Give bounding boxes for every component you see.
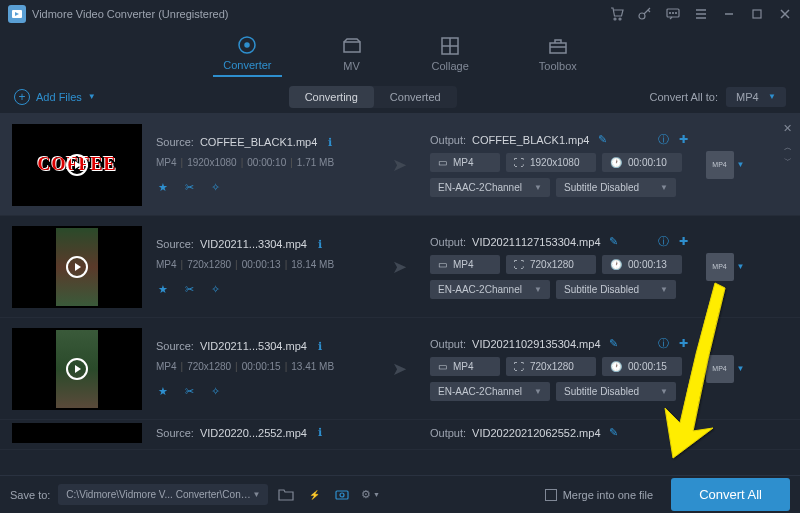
edit-icon[interactable]: ✎ xyxy=(595,133,609,147)
output-filename: COFFEE_BLACK1.mp4 xyxy=(472,134,589,146)
edit-icon[interactable]: ✎ xyxy=(607,426,621,440)
scroll-indicator[interactable]: ︿﹀ xyxy=(784,142,792,166)
hw-accel-icon[interactable]: ⚡ xyxy=(304,485,324,505)
folder-icon[interactable] xyxy=(276,485,296,505)
svg-rect-14 xyxy=(550,43,566,53)
output-filename: VID20211127153304.mp4 xyxy=(472,236,600,248)
add-icon[interactable]: ✚ xyxy=(676,133,690,147)
subtitle-dropdown[interactable]: Subtitle Disabled▼ xyxy=(556,382,676,401)
info-icon[interactable]: ⓘ xyxy=(656,337,670,351)
output-resolution: ⛶ 1920x1080 xyxy=(506,153,596,172)
thumbnail[interactable] xyxy=(12,423,142,443)
feedback-icon[interactable] xyxy=(666,7,680,21)
svg-point-3 xyxy=(619,18,621,20)
add-icon[interactable]: ✚ xyxy=(676,235,690,249)
file-row[interactable]: Source:VID20220...2552.mp4ℹ Output:VID20… xyxy=(0,420,800,450)
cart-icon[interactable] xyxy=(610,7,624,21)
thumbnail[interactable]: COFFEE xyxy=(12,124,142,206)
svg-point-11 xyxy=(245,43,249,47)
tab-converting[interactable]: Converting xyxy=(289,86,374,108)
chevron-down-icon: ▼ xyxy=(252,490,260,499)
svg-point-7 xyxy=(673,13,674,14)
play-icon xyxy=(66,154,88,176)
thumbnail[interactable] xyxy=(12,226,142,308)
info-icon[interactable]: ⓘ xyxy=(656,235,670,249)
star-icon[interactable]: ★ xyxy=(156,282,170,296)
arrow-icon: ➤ xyxy=(392,256,420,278)
audio-dropdown[interactable]: EN-AAC-2Channel▼ xyxy=(430,382,550,401)
star-icon[interactable]: ★ xyxy=(156,180,170,194)
format-badge[interactable]: MP4 xyxy=(706,253,734,281)
format-badge[interactable]: MP4 xyxy=(706,355,734,383)
cut-icon[interactable]: ✂ xyxy=(182,180,196,194)
file-row[interactable]: Source:VID20211...3304.mp4ℹ MP4|720x1280… xyxy=(0,216,800,318)
tab-mv[interactable]: MV xyxy=(332,32,372,76)
plus-icon: + xyxy=(14,89,30,105)
subtitle-dropdown[interactable]: Subtitle Disabled▼ xyxy=(556,280,676,299)
info-icon[interactable]: ℹ xyxy=(313,426,327,440)
merge-checkbox[interactable] xyxy=(545,489,557,501)
file-meta: MP4|720x1280|00:00:15|13.41 MB xyxy=(156,361,382,372)
remove-icon[interactable]: ✕ xyxy=(783,122,792,135)
info-icon[interactable]: ⓘ xyxy=(656,133,670,147)
convert-all-to-label: Convert All to: xyxy=(650,91,718,103)
enhance-icon[interactable]: ✧ xyxy=(208,282,222,296)
edit-icon[interactable]: ✎ xyxy=(607,235,621,249)
add-files-button[interactable]: + Add Files ▼ xyxy=(14,89,96,105)
output-resolution: ⛶ 720x1280 xyxy=(506,255,596,274)
star-icon[interactable]: ★ xyxy=(156,384,170,398)
svg-rect-12 xyxy=(344,42,360,52)
chevron-down-icon: ▼ xyxy=(88,92,96,101)
gpu-icon[interactable] xyxy=(332,485,352,505)
chevron-down-icon[interactable]: ▼ xyxy=(737,364,745,373)
tab-toolbox[interactable]: Toolbox xyxy=(529,32,587,76)
chevron-down-icon[interactable]: ▼ xyxy=(737,262,745,271)
info-icon[interactable]: ℹ xyxy=(323,135,337,149)
arrow-icon: ➤ xyxy=(392,154,420,176)
output-format: ▭ MP4 xyxy=(430,153,500,172)
source-filename: VID20220...2552.mp4 xyxy=(200,427,307,439)
target-format-dropdown[interactable]: MP4 ▼ xyxy=(726,87,786,107)
edit-icon[interactable]: ✎ xyxy=(607,337,621,351)
info-icon[interactable]: ℹ xyxy=(313,339,327,353)
file-row[interactable]: Source:VID20211...5304.mp4ℹ MP4|720x1280… xyxy=(0,318,800,420)
info-icon[interactable]: ℹ xyxy=(313,237,327,251)
output-duration: 🕐 00:00:13 xyxy=(602,255,682,274)
file-row[interactable]: COFFEE Source:COFFEE_BLACK1.mp4ℹ MP4|192… xyxy=(0,114,800,216)
enhance-icon[interactable]: ✧ xyxy=(208,384,222,398)
svg-point-2 xyxy=(614,18,616,20)
close-icon[interactable] xyxy=(778,7,792,21)
cut-icon[interactable]: ✂ xyxy=(182,384,196,398)
add-icon[interactable]: ✚ xyxy=(676,337,690,351)
save-path-dropdown[interactable]: C:\Vidmore\Vidmore V... Converter\Conver… xyxy=(58,484,268,505)
chevron-down-icon: ▼ xyxy=(768,92,776,101)
audio-dropdown[interactable]: EN-AAC-2Channel▼ xyxy=(430,178,550,197)
app-logo xyxy=(8,5,26,23)
tab-converter[interactable]: Converter xyxy=(213,31,281,77)
chevron-down-icon[interactable]: ▼ xyxy=(737,160,745,169)
enhance-icon[interactable]: ✧ xyxy=(208,180,222,194)
key-icon[interactable] xyxy=(638,7,652,21)
subtitle-dropdown[interactable]: Subtitle Disabled▼ xyxy=(556,178,676,197)
thumbnail[interactable] xyxy=(12,328,142,410)
minimize-icon[interactable] xyxy=(722,7,736,21)
merge-label: Merge into one file xyxy=(563,489,654,501)
settings-icon[interactable]: ⚙▼ xyxy=(360,485,380,505)
tab-collage[interactable]: Collage xyxy=(422,32,479,76)
mv-icon xyxy=(342,36,362,56)
app-title: Vidmore Video Converter (Unregistered) xyxy=(32,8,228,20)
audio-dropdown[interactable]: EN-AAC-2Channel▼ xyxy=(430,280,550,299)
cut-icon[interactable]: ✂ xyxy=(182,282,196,296)
main-nav: Converter MV Collage Toolbox xyxy=(0,28,800,80)
menu-icon[interactable] xyxy=(694,7,708,21)
output-filename: VID20220212062552.mp4 xyxy=(472,427,600,439)
source-filename: VID20211...5304.mp4 xyxy=(200,340,307,352)
format-badge[interactable]: MP4 xyxy=(706,151,734,179)
collage-icon xyxy=(440,36,460,56)
svg-point-6 xyxy=(670,13,671,14)
convert-all-button[interactable]: Convert All xyxy=(671,478,790,511)
footer: Save to: C:\Vidmore\Vidmore V... Convert… xyxy=(0,475,800,513)
output-resolution: ⛶ 720x1280 xyxy=(506,357,596,376)
maximize-icon[interactable] xyxy=(750,7,764,21)
tab-converted[interactable]: Converted xyxy=(374,86,457,108)
